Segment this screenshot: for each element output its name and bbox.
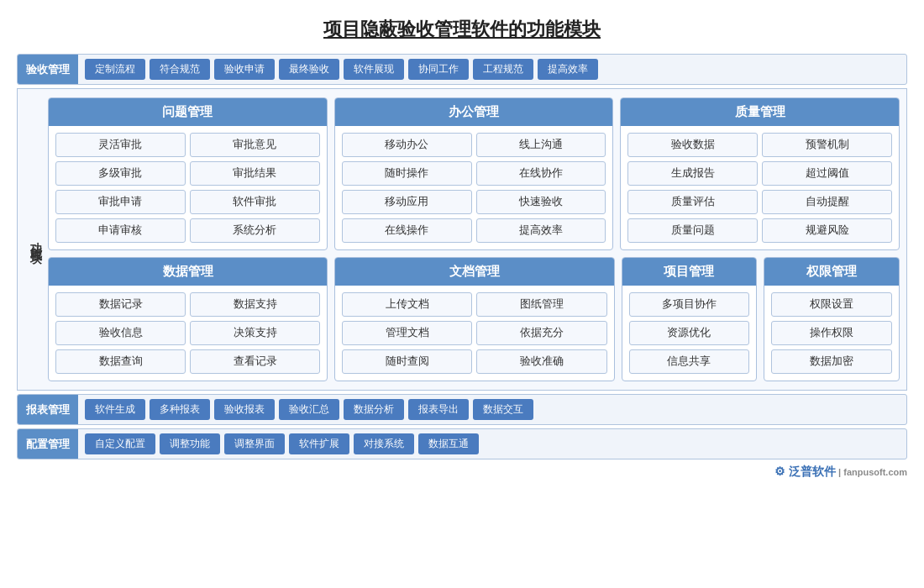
config-bar-items: 自定义配置调整功能调整界面软件扩展对接系统数据互通: [78, 429, 906, 459]
module-block: 文档管理上传文档图纸管理管理文档依据充分随时查阅验收准确: [334, 257, 614, 381]
module-item: 资源优化: [629, 321, 750, 345]
acceptance-tag: 符合规范: [150, 59, 210, 80]
acceptance-bar-label: 验收管理: [18, 55, 78, 84]
module-item: 数据加密: [771, 349, 892, 374]
module-item: 随时查阅: [342, 349, 472, 374]
module-item: 软件审批: [190, 190, 320, 214]
report-tag: 验收汇总: [279, 399, 339, 420]
modules-row-2: 数据管理数据记录数据支持验收信息决策支持数据查询查看记录文档管理上传文档图纸管理…: [48, 257, 900, 381]
module-item: 线上沟通: [476, 133, 606, 157]
config-bar: 配置管理 自定义配置调整功能调整界面软件扩展对接系统数据互通: [17, 428, 907, 459]
module-body: 数据记录数据支持验收信息决策支持数据查询查看记录: [49, 286, 327, 381]
module-item: 快速验收: [476, 190, 606, 214]
logo-icon: ⚙: [774, 465, 785, 478]
module-block: 权限管理权限设置操作权限数据加密: [764, 257, 900, 381]
config-tag: 调整界面: [224, 433, 285, 454]
config-bar-label: 配置管理: [18, 429, 78, 459]
module-header: 办公管理: [335, 98, 613, 126]
report-bar-items: 软件生成多种报表验收报表验收汇总数据分析报表导出数据交互: [78, 395, 906, 424]
module-item: 验收信息: [55, 321, 186, 345]
report-tag: 数据交互: [473, 399, 533, 420]
module-item: 审批结果: [190, 161, 320, 186]
module-block: 办公管理移动办公线上沟通随时操作在线协作移动应用快速验收在线操作提高效率: [334, 97, 614, 250]
module-block: 质量管理验收数据预警机制生成报告超过阈值质量评估自动提醒质量问题规避风险: [620, 97, 900, 250]
module-item: 申请审核: [55, 218, 186, 243]
module-item: 预警机制: [762, 133, 892, 157]
module-item: 移动办公: [342, 133, 472, 157]
module-item: 依据充分: [476, 321, 606, 345]
module-item: 管理文档: [342, 321, 472, 345]
module-header: 问题管理: [49, 98, 327, 126]
module-item: 审批意见: [190, 133, 320, 157]
module-item: 数据记录: [55, 292, 186, 317]
config-tag: 对接系统: [354, 433, 414, 454]
acceptance-bar-items: 定制流程符合规范验收申请最终验收软件展现协同工作工程规范提高效率: [78, 55, 906, 84]
module-header: 质量管理: [621, 98, 899, 126]
module-body: 上传文档图纸管理管理文档依据充分随时查阅验收准确: [335, 286, 613, 381]
acceptance-tag: 验收申请: [214, 59, 275, 80]
module-item: 审批申请: [55, 190, 186, 214]
module-item: 操作权限: [771, 321, 892, 345]
modules-row-1: 问题管理灵活审批审批意见多级审批审批结果审批申请软件审批申请审核系统分析办公管理…: [48, 97, 900, 250]
module-item: 验收准确: [476, 349, 606, 374]
report-bar-label: 报表管理: [18, 395, 78, 424]
module-header: 权限管理: [764, 258, 899, 286]
right-pair: 项目管理多项目协作资源优化信息共享权限管理权限设置操作权限数据加密: [622, 257, 900, 381]
module-item: 信息共享: [629, 349, 750, 374]
main-area: 功能模块 问题管理灵活审批审批意见多级审批审批结果审批申请软件审批申请审核系统分…: [17, 88, 907, 391]
module-item: 系统分析: [190, 218, 320, 243]
module-item: 在线操作: [342, 218, 472, 243]
page-title: 项目隐蔽验收管理软件的功能模块: [17, 17, 907, 42]
report-tag: 多种报表: [150, 399, 210, 420]
modules-grid: 问题管理灵活审批审批意见多级审批审批结果审批申请软件审批申请审核系统分析办公管理…: [48, 97, 900, 381]
module-item: 多项目协作: [629, 292, 750, 317]
module-block: 数据管理数据记录数据支持验收信息决策支持数据查询查看记录: [48, 257, 328, 381]
acceptance-tag: 工程规范: [473, 59, 533, 80]
module-item: 验收数据: [627, 133, 758, 157]
module-item: 随时操作: [342, 161, 472, 186]
module-item: 移动应用: [342, 190, 472, 214]
module-body: 多项目协作资源优化信息共享: [622, 286, 757, 381]
module-item: 超过阈值: [762, 161, 892, 186]
module-item: 权限设置: [771, 292, 892, 317]
module-item: 规避风险: [762, 218, 892, 243]
acceptance-bar: 验收管理 定制流程符合规范验收申请最终验收软件展现协同工作工程规范提高效率: [17, 54, 907, 85]
module-item: 在线协作: [476, 161, 606, 186]
module-item: 图纸管理: [476, 292, 606, 317]
module-item: 质量问题: [627, 218, 758, 243]
module-header: 数据管理: [49, 258, 327, 286]
module-item: 决策支持: [190, 321, 320, 345]
website-url: fanpusoft.com: [843, 467, 907, 477]
module-item: 提高效率: [476, 218, 606, 243]
module-body: 灵活审批审批意见多级审批审批结果审批申请软件审批申请审核系统分析: [49, 126, 327, 249]
report-tag: 数据分析: [344, 399, 404, 420]
config-tag: 软件扩展: [289, 433, 349, 454]
module-item: 上传文档: [342, 292, 472, 317]
module-item: 质量评估: [627, 190, 758, 214]
acceptance-tag: 定制流程: [85, 59, 145, 80]
module-body: 移动办公线上沟通随时操作在线协作移动应用快速验收在线操作提高效率: [335, 126, 613, 249]
config-tag: 数据互通: [418, 433, 479, 454]
module-header: 项目管理: [622, 258, 757, 286]
module-item: 多级审批: [55, 161, 186, 186]
module-item: 数据支持: [190, 292, 320, 317]
module-block: 问题管理灵活审批审批意见多级审批审批结果审批申请软件审批申请审核系统分析: [48, 97, 328, 250]
report-bar: 报表管理 软件生成多种报表验收报表验收汇总数据分析报表导出数据交互: [17, 394, 907, 425]
acceptance-tag: 提高效率: [538, 59, 598, 80]
config-tag: 调整功能: [160, 433, 220, 454]
module-item: 生成报告: [627, 161, 758, 186]
logo-text: 泛普软件: [789, 465, 836, 478]
module-item: 自动提醒: [762, 190, 892, 214]
module-header: 文档管理: [335, 258, 613, 286]
config-tag: 自定义配置: [85, 433, 155, 454]
report-tag: 软件生成: [85, 399, 145, 420]
module-block: 项目管理多项目协作资源优化信息共享: [622, 257, 758, 381]
report-tag: 验收报表: [214, 399, 275, 420]
module-item: 灵活审批: [55, 133, 186, 157]
footer: ⚙ 泛普软件 | fanpusoft.com: [17, 465, 907, 480]
report-tag: 报表导出: [408, 399, 469, 420]
acceptance-tag: 软件展现: [344, 59, 404, 80]
module-body: 验收数据预警机制生成报告超过阈值质量评估自动提醒质量问题规避风险: [621, 126, 899, 249]
main-label: 功能模块: [24, 97, 48, 381]
module-body: 权限设置操作权限数据加密: [764, 286, 899, 381]
